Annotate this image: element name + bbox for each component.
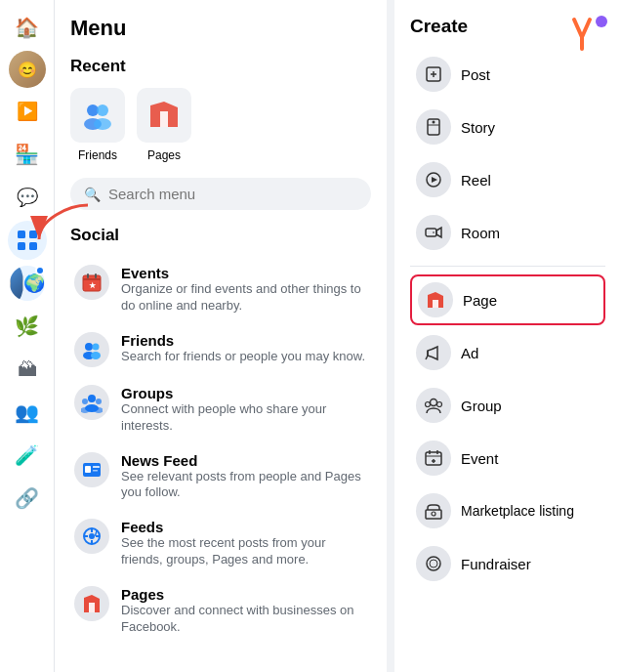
friends-label: Friends [78,148,117,162]
svg-point-15 [85,343,93,351]
recent-friends[interactable]: Friends [70,88,125,162]
feeds-name: Feeds [121,519,367,535]
create-marketplace[interactable]: Marketplace listing [410,485,605,536]
svg-text:★: ★ [89,281,97,290]
main-area: Menu Recent Friends [55,0,621,672]
pages-icon-box [137,88,191,143]
newsfeed-name: News Feed [121,452,367,469]
svg-point-53 [431,399,437,406]
svg-point-21 [96,399,102,404]
groups-desc: Connect with people who share your inter… [121,401,367,435]
svg-point-30 [89,533,95,539]
groups-menu-item[interactable]: Groups Connect with people who share you… [70,377,371,442]
create-post[interactable]: Post [410,49,605,100]
recent-items: Friends Pages [70,88,371,162]
page-icon [418,282,453,317]
sidebar-menu[interactable] [8,221,47,260]
pages-text: Pages Discover and connect with business… [121,586,367,636]
svg-rect-26 [85,466,91,473]
sidebar-messenger[interactable]: 💬 [8,178,47,217]
create-event[interactable]: Event [410,433,605,483]
story-label: Story [461,119,495,136]
sidebar-item-people[interactable]: 👥 [8,393,47,432]
sidebar-watch[interactable]: ▶️ [8,92,47,131]
newsfeed-text: News Feed See relevant posts from people… [121,452,367,502]
svg-line-52 [426,356,428,359]
svg-rect-12 [87,273,89,278]
groups-icon [74,385,109,420]
svg-point-64 [427,557,440,570]
event-icon [416,441,451,476]
recent-pages[interactable]: Pages [137,88,191,162]
sidebar-home[interactable]: 🏠 [8,8,47,47]
sidebar-item-nature[interactable]: 🌿 [8,307,47,346]
svg-point-55 [437,402,442,407]
menu-panel: Menu Recent Friends [55,0,387,672]
create-room[interactable]: Room [410,207,605,258]
sidebar-item-flask[interactable]: 🧪 [8,436,47,475]
svg-rect-62 [426,510,441,519]
svg-point-43 [433,121,435,124]
pages-icon [74,586,109,621]
svg-point-18 [91,352,101,359]
create-ad[interactable]: Ad [410,327,605,378]
svg-rect-3 [29,242,37,250]
create-panel: Create Post [387,0,621,672]
create-story[interactable]: Story [410,102,605,152]
events-icon: ★ [74,265,109,300]
svg-marker-45 [432,177,437,183]
post-label: Post [461,66,490,83]
create-fundraiser[interactable]: Fundraiser [410,538,605,589]
pages-menu-item[interactable]: Pages Discover and connect with business… [70,578,371,644]
sidebar-marketplace[interactable]: 🏪 [8,135,47,174]
sidebar-notifications[interactable]: 🌍 [8,264,47,303]
svg-rect-37 [89,603,95,612]
ad-label: Ad [461,345,478,361]
reel-label: Reel [461,172,491,189]
sidebar-item-link[interactable]: 🔗 [8,479,47,518]
svg-rect-0 [18,231,25,238]
feeds-menu-item[interactable]: Feeds See the most recent posts from you… [70,511,371,576]
svg-point-54 [426,402,431,407]
newsfeed-menu-item[interactable]: News Feed See relevant posts from people… [70,444,371,510]
svg-point-65 [430,560,437,567]
events-menu-item[interactable]: ★ Events Organize or find events and oth… [70,257,371,322]
friends-menu-item[interactable]: Friends Search for friends or people you… [70,324,371,375]
create-divider [410,266,605,267]
feeds-desc: See the most recent posts from your frie… [121,535,367,568]
search-input[interactable] [108,186,357,202]
event-label: Event [461,450,498,467]
marketplace-icon [416,493,451,528]
room-label: Room [461,225,500,241]
friends-icon-box [70,88,125,143]
friends-name: Friends [121,332,365,349]
left-sidebar: 🏠 😊 ▶️ 🏪 💬 🌍 🌿 🏔 👥 🧪 🔗 [0,0,55,672]
ad-icon [416,335,451,370]
sidebar-item-img[interactable]: 🏔 [8,350,47,389]
friends-desc: Search for friends or people you may kno… [121,349,365,365]
feeds-icon [74,519,109,554]
menu-title: Menu [70,16,371,41]
svg-rect-56 [426,452,441,465]
recent-title: Recent [70,57,371,76]
pages-name: Pages [121,586,367,603]
group-label: Group [461,398,502,414]
svg-rect-28 [93,470,98,472]
story-icon [416,109,451,145]
social-title: Social [70,226,371,245]
search-bar[interactable]: 🔍 [70,178,371,210]
fundraiser-label: Fundraiser [461,556,531,572]
create-reel[interactable]: Reel [410,154,605,205]
svg-rect-2 [18,242,25,250]
post-icon [416,57,451,92]
search-icon: 🔍 [84,187,101,202]
reel-icon [416,162,451,197]
create-page[interactable]: Page [410,274,605,325]
create-group[interactable]: Group [410,380,605,431]
sidebar-avatar[interactable]: 😊 [9,51,46,88]
newsfeed-desc: See relevant posts from people and Pages… [121,469,367,502]
newsfeed-icon [74,452,109,487]
feeds-text: Feeds See the most recent posts from you… [121,519,367,568]
svg-rect-11 [83,278,101,280]
svg-rect-13 [95,273,97,278]
